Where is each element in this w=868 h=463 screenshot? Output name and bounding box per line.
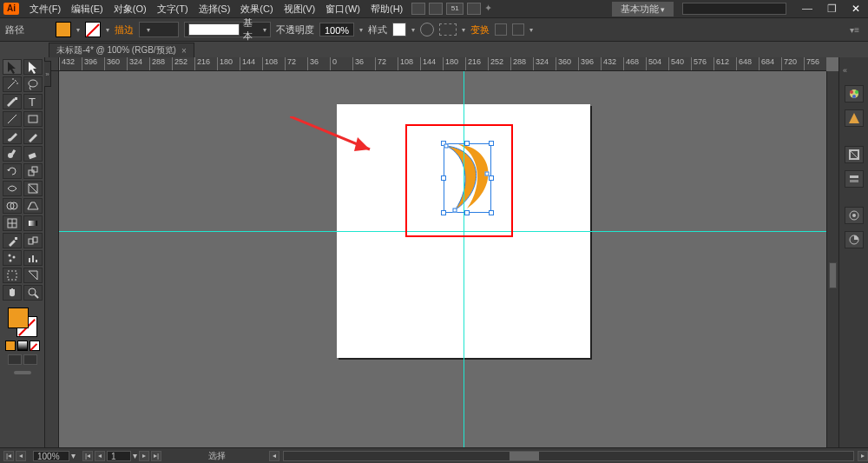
search-input[interactable]: [682, 3, 786, 15]
stroke-label[interactable]: 描边: [115, 23, 134, 36]
tool-eraser[interactable]: [23, 146, 43, 162]
tool-artboard[interactable]: [3, 268, 22, 283]
scrollbar-thumb[interactable]: [829, 262, 837, 288]
gradient-mode-icon[interactable]: [17, 341, 28, 351]
tools-collapse-icon[interactable]: »: [44, 61, 51, 87]
tool-type[interactable]: T: [23, 94, 43, 109]
menu-object[interactable]: 对象(O): [108, 3, 152, 16]
window-minimize-button[interactable]: —: [795, 3, 819, 15]
tool-rotate[interactable]: [3, 163, 22, 179]
tool-selection[interactable]: [3, 59, 22, 75]
panel-color-icon[interactable]: [845, 85, 864, 103]
anchor-point[interactable]: [453, 208, 457, 213]
tool-line[interactable]: [3, 111, 22, 127]
fill-swatch[interactable]: [56, 22, 71, 37]
tab-close-icon[interactable]: ×: [181, 46, 187, 56]
graphic-style-swatch[interactable]: [392, 23, 406, 36]
selection-handle-sw[interactable]: [441, 210, 446, 215]
menu-edit[interactable]: 编辑(E): [66, 3, 108, 16]
page-next-icon[interactable]: ▸: [139, 451, 149, 461]
menu-type[interactable]: 文字(T): [152, 3, 194, 16]
tool-graph[interactable]: [23, 250, 43, 266]
zoom-input[interactable]: 100%: [33, 451, 69, 461]
page-chevron-icon[interactable]: ▾: [133, 451, 137, 460]
tool-paintbrush[interactable]: [3, 129, 22, 144]
align-chevron-icon[interactable]: ▾: [462, 26, 465, 34]
recolor-icon[interactable]: [420, 23, 434, 36]
controlbar-menu-icon[interactable]: ▾≡: [850, 25, 863, 35]
tool-gradient[interactable]: [23, 215, 43, 231]
opacity-input[interactable]: 100%: [319, 23, 354, 36]
stroke-swatch[interactable]: [85, 22, 101, 37]
selection-handle-e[interactable]: [489, 175, 494, 181]
screen-mode-normal-icon[interactable]: [8, 354, 22, 365]
hscroll-thumb[interactable]: [510, 452, 539, 460]
fill-color-icon[interactable]: [8, 308, 29, 328]
viewport[interactable]: [59, 71, 826, 447]
selection-handle-ne[interactable]: [489, 141, 494, 146]
menu-view[interactable]: 视图(V): [279, 3, 321, 16]
dock-collapse-icon[interactable]: «: [839, 66, 847, 75]
document-tab[interactable]: 未标题-4* @ 100% (RGB/预览) ×: [49, 43, 194, 57]
window-close-button[interactable]: ✕: [844, 3, 868, 15]
selection-handle-se[interactable]: [489, 210, 494, 215]
tool-shape-builder[interactable]: [3, 198, 22, 214]
anchor-point[interactable]: [485, 172, 490, 176]
tool-blend[interactable]: [23, 233, 43, 248]
touch-icon[interactable]: ✦: [484, 3, 498, 15]
menu-help[interactable]: 帮助(H): [365, 3, 408, 16]
misc-chevron-icon[interactable]: ▾: [529, 26, 533, 34]
tool-direct-selection[interactable]: [23, 59, 43, 75]
layout-icon-1[interactable]: [411, 3, 425, 15]
style-chevron-icon[interactable]: ▾: [411, 26, 415, 34]
tool-mesh[interactable]: [3, 215, 22, 231]
ruler-vertical[interactable]: [45, 71, 59, 447]
selection-handle-w[interactable]: [441, 175, 446, 181]
opacity-chevron-icon[interactable]: ▾: [359, 26, 363, 34]
menu-window[interactable]: 窗口(W): [320, 3, 365, 16]
workspace-switcher[interactable]: 基本功能▾: [612, 2, 674, 17]
clip-icon[interactable]: [512, 23, 524, 36]
artboard-index-input[interactable]: 1: [107, 451, 131, 461]
tool-scale[interactable]: [23, 163, 43, 179]
fill-stroke-swatch[interactable]: [8, 308, 37, 337]
stroke-weight-input[interactable]: ▾: [139, 22, 179, 37]
menu-select[interactable]: 选择(S): [194, 3, 236, 16]
artboard-prev-icon[interactable]: ◂: [16, 451, 26, 461]
tools-handle[interactable]: [2, 368, 43, 377]
panel-symbols-icon[interactable]: [845, 207, 864, 224]
tool-magic-wand[interactable]: [3, 76, 22, 92]
hscroll-right-icon[interactable]: ▸: [858, 451, 868, 461]
color-mode-icon[interactable]: [5, 341, 16, 351]
tool-free-transform[interactable]: [23, 181, 43, 196]
ruler-horizontal[interactable]: 4323963603242882522161801441087236036721…: [45, 57, 826, 71]
tool-width[interactable]: [3, 181, 22, 196]
tool-hand[interactable]: [3, 285, 22, 301]
arrange-icon[interactable]: [467, 3, 481, 15]
tool-perspective[interactable]: [23, 198, 43, 214]
tool-pen[interactable]: [3, 94, 22, 109]
page-prev-icon[interactable]: ◂: [95, 451, 105, 461]
tool-lasso[interactable]: [23, 76, 43, 92]
hscroll-left-icon[interactable]: ◂: [269, 451, 279, 461]
menu-file[interactable]: 文件(F): [24, 3, 66, 16]
layout-icon-2[interactable]: [429, 3, 443, 15]
layout-icon-3[interactable]: 51: [446, 3, 464, 15]
panel-brushes-icon[interactable]: [845, 170, 864, 188]
align-icon[interactable]: [439, 23, 457, 36]
screen-mode-full-icon[interactable]: [23, 354, 37, 365]
stroke-chevron-icon[interactable]: ▾: [106, 26, 109, 34]
panel-swatches-icon[interactable]: [845, 231, 864, 248]
window-restore-button[interactable]: ❐: [819, 3, 844, 15]
transform-link[interactable]: 变换: [470, 23, 490, 36]
tool-symbol-sprayer[interactable]: [3, 250, 22, 266]
selection-handle-n[interactable]: [464, 141, 470, 146]
tool-pencil[interactable]: [23, 129, 43, 144]
tool-slice[interactable]: [23, 268, 43, 283]
variable-width-profile[interactable]: 基本 ▾: [184, 22, 271, 37]
panel-colorguide-icon[interactable]: [845, 109, 864, 127]
panel-stroke-icon[interactable]: [845, 146, 864, 163]
anchor-point[interactable]: [444, 144, 449, 149]
none-mode-icon[interactable]: [30, 341, 40, 351]
isolate-icon[interactable]: [495, 23, 507, 36]
